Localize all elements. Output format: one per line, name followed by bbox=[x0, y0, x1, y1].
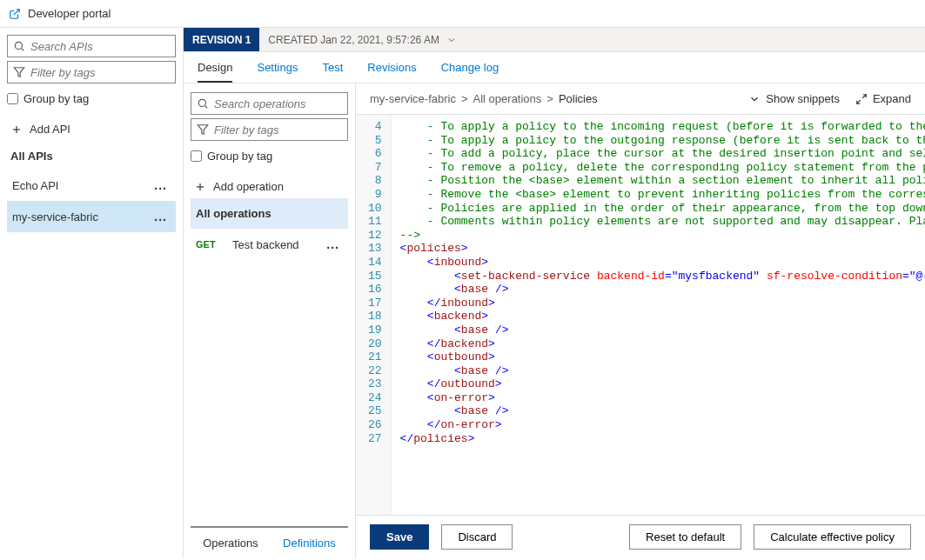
breadcrumb-separator: > bbox=[461, 92, 468, 105]
filter-icon bbox=[197, 123, 209, 136]
filter-operations-input[interactable] bbox=[214, 123, 342, 137]
breadcrumb-item[interactable]: my-service-fabric bbox=[370, 92, 456, 105]
search-operations-input[interactable] bbox=[214, 97, 342, 110]
code-editor[interactable]: 4567891011121314151617181920212223242526… bbox=[356, 114, 925, 515]
search-apis[interactable] bbox=[7, 35, 176, 57]
more-icon[interactable]: ... bbox=[151, 210, 171, 223]
code-content[interactable]: - To apply a policy to the incoming requ… bbox=[392, 115, 925, 515]
api-item[interactable]: Echo API... bbox=[7, 170, 176, 201]
definitions-tab[interactable]: Definitions bbox=[283, 537, 336, 550]
group-by-tag-checkbox[interactable] bbox=[7, 93, 18, 104]
svg-point-6 bbox=[198, 99, 205, 106]
filter-tags[interactable] bbox=[7, 61, 176, 83]
more-icon[interactable]: ... bbox=[151, 178, 171, 192]
ops-bottom-tabs: Operations Definitions bbox=[191, 526, 348, 558]
search-operations[interactable] bbox=[191, 92, 348, 115]
breadcrumb-item[interactable]: All operations bbox=[473, 92, 542, 105]
revision-bar: REVISION 1 CREATED Jan 22, 2021, 9:57:26… bbox=[184, 28, 925, 52]
show-snippets-label: Show snippets bbox=[766, 92, 840, 105]
discard-button[interactable]: Discard bbox=[441, 524, 513, 550]
policy-editor: my-service-fabric>All operations>Policie… bbox=[356, 83, 925, 558]
operation-item[interactable]: GETTest backend... bbox=[191, 229, 348, 260]
expand-label: Expand bbox=[873, 92, 911, 105]
operations-sidebar: Group by tag Add operation All operation… bbox=[184, 83, 356, 558]
breadcrumb: my-service-fabric>All operations>Policie… bbox=[370, 92, 598, 105]
ops-group-by-tag-label: Group by tag bbox=[207, 150, 272, 163]
svg-marker-3 bbox=[14, 68, 24, 77]
operation-name: Test backend bbox=[232, 238, 314, 251]
ops-group-by-tag[interactable]: Group by tag bbox=[191, 150, 348, 163]
filter-tags-input[interactable] bbox=[30, 66, 170, 79]
search-icon bbox=[197, 97, 209, 110]
plus-icon bbox=[10, 123, 23, 136]
svg-line-12 bbox=[857, 100, 861, 103]
chevron-down-icon bbox=[748, 93, 761, 105]
svg-line-0 bbox=[14, 9, 19, 14]
tabs: DesignSettingsTestRevisionsChange log bbox=[184, 52, 925, 83]
tab-revisions[interactable]: Revisions bbox=[367, 61, 416, 83]
api-item-label: my-service-fabric bbox=[12, 210, 98, 223]
svg-point-1 bbox=[15, 42, 22, 49]
svg-marker-8 bbox=[198, 125, 208, 135]
group-by-tag[interactable]: Group by tag bbox=[7, 92, 176, 105]
api-item-label: Echo API bbox=[12, 179, 58, 192]
tab-test[interactable]: Test bbox=[322, 61, 343, 83]
more-icon[interactable]: ... bbox=[323, 237, 343, 251]
topbar: Developer portal bbox=[0, 0, 925, 28]
filter-operations-tags[interactable] bbox=[191, 118, 348, 141]
api-sidebar: Group by tag Add API All APIs Echo API..… bbox=[0, 28, 184, 558]
topbar-title[interactable]: Developer portal bbox=[28, 7, 111, 20]
plus-icon bbox=[194, 181, 206, 193]
operations-tab[interactable]: Operations bbox=[203, 537, 258, 550]
add-operation-label: Add operation bbox=[213, 180, 284, 193]
filter-icon bbox=[13, 66, 25, 78]
search-apis-input[interactable] bbox=[30, 40, 170, 53]
tab-change-log[interactable]: Change log bbox=[441, 61, 499, 83]
all-operations-label: All operations bbox=[196, 207, 271, 220]
add-api-button[interactable]: Add API bbox=[7, 117, 176, 141]
tab-settings[interactable]: Settings bbox=[257, 61, 298, 83]
chevron-down-icon bbox=[446, 35, 457, 45]
breadcrumb-separator: > bbox=[546, 92, 553, 105]
add-operation-button[interactable]: Add operation bbox=[191, 175, 348, 198]
expand-icon bbox=[855, 93, 868, 105]
calculate-effective-policy-button[interactable]: Calculate effective policy bbox=[754, 524, 911, 550]
save-button[interactable]: Save bbox=[370, 524, 429, 550]
show-snippets-button[interactable]: Show snippets bbox=[748, 92, 840, 105]
add-api-label: Add API bbox=[30, 123, 70, 136]
all-apis-heading[interactable]: All APIs bbox=[7, 141, 176, 170]
operation-verb: GET bbox=[196, 239, 224, 250]
search-icon bbox=[13, 40, 25, 52]
line-gutter: 4567891011121314151617181920212223242526… bbox=[356, 115, 392, 515]
ops-group-by-tag-checkbox[interactable] bbox=[191, 150, 202, 162]
editor-button-bar: Save Discard Reset to default Calculate … bbox=[356, 515, 925, 558]
api-item[interactable]: my-service-fabric... bbox=[7, 201, 176, 232]
reset-to-default-button[interactable]: Reset to default bbox=[629, 524, 741, 550]
external-link-icon bbox=[9, 8, 21, 20]
svg-line-11 bbox=[862, 94, 866, 97]
revision-meta[interactable]: CREATED Jan 22, 2021, 9:57:26 AM bbox=[259, 28, 466, 51]
breadcrumb-item: Policies bbox=[559, 92, 598, 105]
expand-button[interactable]: Expand bbox=[855, 92, 911, 105]
tab-design[interactable]: Design bbox=[198, 61, 232, 83]
group-by-tag-label: Group by tag bbox=[23, 92, 89, 105]
svg-line-2 bbox=[22, 49, 24, 51]
svg-line-7 bbox=[205, 106, 208, 109]
revision-badge[interactable]: REVISION 1 bbox=[184, 28, 259, 51]
all-operations-item[interactable]: All operations bbox=[191, 198, 348, 229]
revision-created: CREATED Jan 22, 2021, 9:57:26 AM bbox=[268, 34, 439, 46]
